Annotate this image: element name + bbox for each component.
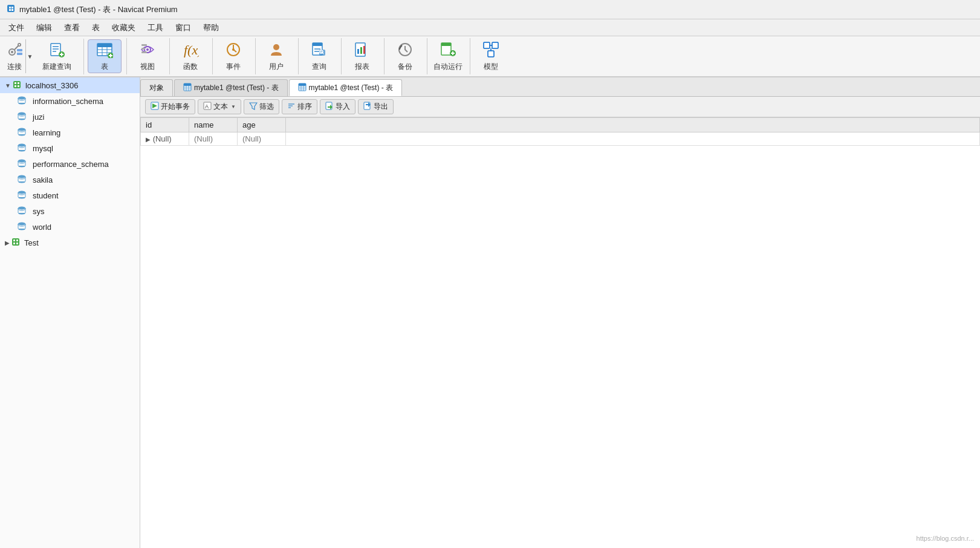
event-button[interactable]: 事件 [216, 39, 250, 73]
db-icon-learning [17, 127, 27, 139]
svg-rect-11 [17, 53, 22, 55]
tab-table2[interactable]: mytable1 @test (Test) - 表 [289, 79, 403, 96]
view-group: 视图 [131, 38, 170, 74]
cell-age[interactable]: (Null) [238, 132, 286, 146]
col-age[interactable]: age [238, 118, 286, 132]
svg-rect-3 [9, 9, 11, 11]
menu-help[interactable]: 帮助 [197, 21, 225, 35]
query-icon [311, 41, 328, 60]
model-group: 模型 [474, 38, 513, 74]
backup-label: 备份 [398, 62, 412, 72]
event-label: 事件 [226, 62, 241, 72]
menu-table[interactable]: 表 [86, 21, 106, 35]
table-tab-icon [183, 83, 192, 93]
user-icon [268, 41, 285, 60]
connect-button[interactable]: 连接 [4, 39, 25, 74]
sidebar-connection-test[interactable]: ▶ Test [0, 235, 140, 250]
text-button[interactable]: A 文本 ▼ [198, 99, 241, 114]
backup-icon [397, 41, 414, 60]
svg-rect-62 [15, 82, 16, 84]
user-label: 用户 [269, 62, 284, 72]
model-icon [482, 41, 499, 60]
view-button[interactable]: 视图 [131, 39, 164, 73]
event-icon [225, 41, 242, 60]
db-icon-sakila [17, 174, 27, 186]
cell-extra [286, 132, 980, 146]
cell-name[interactable]: (Null) [189, 132, 238, 146]
sidebar-db-juzi[interactable]: juzi [0, 109, 140, 125]
new-query-button[interactable]: 新建查询 [35, 39, 79, 73]
import-button[interactable]: 导入 [320, 99, 355, 114]
menu-tools[interactable]: 工具 [141, 21, 169, 35]
svg-rect-99 [184, 83, 191, 86]
menu-window[interactable]: 窗口 [169, 21, 197, 35]
db-name-world: world [33, 223, 51, 232]
function-button[interactable]: f(x) 函数 [174, 39, 207, 73]
sidebar-db-information-schema[interactable]: information_schema [0, 93, 140, 109]
sidebar-connection-localhost[interactable]: ▼ localhost_3306 [0, 77, 140, 93]
filter-label: 筛选 [259, 102, 274, 112]
tab-table1[interactable]: mytable1 @test (Test) - 表 [174, 79, 288, 96]
svg-rect-49 [363, 46, 365, 54]
menu-file[interactable]: 文件 [2, 21, 30, 35]
connect-group: 连接 ▼ 新建查询 [4, 39, 84, 74]
svg-marker-114 [250, 103, 257, 109]
table-button[interactable]: 表 [88, 39, 122, 73]
start-transaction-icon [151, 102, 159, 112]
sidebar-db-sys[interactable]: sys [0, 203, 140, 219]
connect-icon [6, 41, 23, 60]
tab-object[interactable]: 对象 [140, 79, 173, 96]
svg-rect-58 [488, 51, 494, 57]
model-label: 模型 [484, 62, 498, 72]
text-label: 文本 [213, 102, 228, 112]
backup-button[interactable]: 备份 [388, 39, 422, 73]
model-button[interactable]: 模型 [474, 39, 508, 73]
query-button[interactable]: 查询 [302, 39, 336, 73]
svg-rect-95 [16, 240, 18, 241]
col-id[interactable]: id [141, 118, 189, 132]
menu-favorites[interactable]: 收藏夹 [106, 21, 141, 35]
sidebar-db-learning[interactable]: learning [0, 125, 140, 140]
svg-rect-31 [141, 48, 145, 50]
sidebar-db-performance-schema[interactable]: performance_schema [0, 156, 140, 172]
tab-table2-label: mytable1 @test (Test) - 表 [309, 83, 394, 93]
table-row[interactable]: ▶ (Null) (Null) (Null) [141, 132, 980, 146]
cell-id[interactable]: ▶ (Null) [141, 132, 189, 146]
svg-point-29 [146, 48, 149, 51]
user-button[interactable]: 用户 [259, 39, 293, 73]
sidebar-db-world[interactable]: world [0, 219, 140, 235]
filter-icon [249, 102, 258, 112]
import-label: 导入 [336, 102, 350, 112]
svg-rect-40 [313, 43, 322, 46]
text-dropdown-arrow[interactable]: ▼ [231, 104, 236, 109]
sort-button[interactable]: 排序 [282, 99, 317, 114]
data-table: id name age ▶ (Null) (Null) (Null) [140, 117, 980, 146]
auto-label: 自动运行 [433, 62, 462, 72]
start-transaction-button[interactable]: 开始事务 [145, 99, 195, 114]
connect-dropdown-arrow[interactable]: ▼ [25, 39, 34, 73]
svg-text:A: A [205, 103, 209, 109]
new-query-icon [48, 41, 65, 60]
sidebar: ▼ localhost_3306 [0, 77, 140, 548]
event-group: 事件 [216, 38, 256, 74]
filter-button[interactable]: 筛选 [244, 99, 279, 114]
menu-view[interactable]: 查看 [58, 21, 86, 35]
col-extra [286, 118, 980, 132]
svg-rect-97 [16, 243, 18, 244]
svg-rect-32 [141, 51, 147, 53]
sidebar-db-student[interactable]: student [0, 188, 140, 203]
export-button[interactable]: 导出 [358, 99, 394, 114]
sidebar-db-sakila[interactable]: sakila [0, 172, 140, 188]
col-name[interactable]: name [189, 118, 238, 132]
svg-rect-65 [18, 85, 19, 87]
import-icon [325, 102, 334, 112]
svg-rect-52 [441, 43, 451, 46]
menu-edit[interactable]: 编辑 [30, 21, 58, 35]
db-icon-sys [17, 206, 27, 217]
query-group: 查询 [302, 38, 342, 74]
sidebar-db-mysql[interactable]: mysql [0, 140, 140, 156]
auto-button[interactable]: 自动运行 [431, 39, 465, 73]
report-button[interactable]: 报表 [345, 39, 379, 73]
svg-point-87 [18, 206, 25, 209]
db-icon-world [17, 221, 27, 233]
